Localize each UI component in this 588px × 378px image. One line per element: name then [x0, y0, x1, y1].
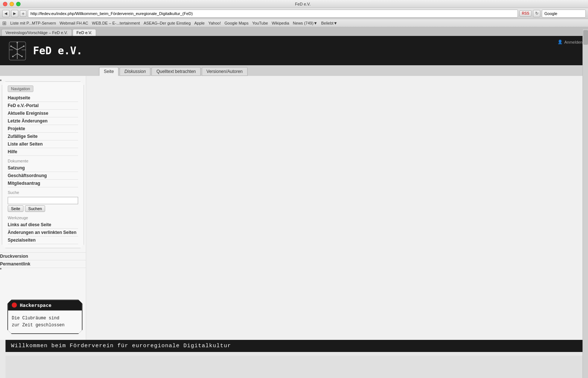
hackerspace-title: Hackerspace: [20, 302, 51, 308]
tab-diskussion[interactable]: Diskussion: [120, 67, 150, 76]
suche-buttons: Seite Suchen: [8, 205, 78, 212]
nav-satzung[interactable]: Satzung: [8, 164, 78, 172]
nav-aenderungen-verlinkt[interactable]: Änderungen an verlinkten Seiten: [8, 229, 78, 236]
circuit-diagram: FeD: [129, 357, 459, 378]
bookmark-aseag[interactable]: ASEAG–Der gute Einstieg: [143, 21, 190, 25]
svg-line-3: [11, 46, 17, 50]
bookmark-googlemaps[interactable]: Google Maps: [224, 21, 248, 25]
bookmarks-grid-icon[interactable]: ⊞: [2, 20, 7, 26]
site-title: FeD e.V.: [33, 45, 83, 57]
hackerspace-body: Die Clubräume sind zur Zeit geschlossen: [8, 311, 82, 333]
forward-button[interactable]: ▶: [11, 10, 18, 17]
main-content: Willkommen beim Förderverein für euroreg…: [0, 340, 588, 378]
nav-ereignisse[interactable]: Aktuelle Ereignisse: [8, 110, 78, 117]
page-header-bar: Willkommen beim Förderverein für euroreg…: [6, 340, 582, 352]
svg-line-6: [17, 54, 22, 56]
suche-input[interactable]: [8, 197, 78, 204]
hackerspace-widget: Hackerspace Die Clubräume sind zur Zeit …: [7, 300, 83, 334]
svg-point-7: [10, 45, 12, 47]
maximize-button[interactable]: [16, 2, 21, 6]
page-wrapper: FeD e.V. 👤 Anmelden Seite Diskussion Que…: [0, 36, 588, 378]
nav-portal[interactable]: FeD e.V.-Portal: [8, 102, 78, 110]
suchen-button[interactable]: Suchen: [25, 205, 45, 212]
svg-line-4: [17, 46, 24, 50]
bookmark-wikipedia[interactable]: Wikipedia: [272, 21, 289, 25]
browser-toolbar: ◀ ▶ + RSS ↻: [0, 8, 588, 19]
scrollbar[interactable]: [582, 29, 588, 378]
tab-fed[interactable]: FeD e.V.: [73, 29, 96, 36]
svg-point-8: [23, 45, 25, 47]
nav-hilfe[interactable]: Hilfe: [8, 148, 78, 156]
bookmark-news[interactable]: News (749)▼: [293, 21, 317, 25]
login-label: Anmelden: [564, 40, 582, 44]
nav-zufaellig[interactable]: Zufällige Seite: [8, 133, 78, 140]
nav-spezialseiten[interactable]: Spezialseiten: [8, 236, 78, 244]
back-button[interactable]: ◀: [2, 10, 10, 17]
nav-spezialseiten[interactable]: [0, 250, 86, 253]
hackerspace-message-line1: Die Clubräume sind: [12, 315, 78, 322]
nav-projekte[interactable]: Projekte: [8, 125, 78, 133]
suche-label: Suche: [8, 190, 78, 195]
bookmark-yahoo[interactable]: Yahoo!: [208, 21, 221, 25]
address-bar[interactable]: [28, 10, 518, 18]
svg-point-11: [17, 42, 18, 43]
dokumente-label: Dokumente: [8, 159, 78, 163]
scrollbar-thumb[interactable]: [583, 30, 588, 45]
browser-title: FeD e.V.: [21, 2, 585, 6]
sidebar-inner: Navigation Hauptseite FeD e.V.-Portal Ak…: [2, 81, 84, 248]
close-button[interactable]: [3, 2, 7, 6]
tab-bar: Vereinslogo/Vorschläge – FeD e.V. FeD e.…: [0, 27, 588, 36]
bookmark-webmail[interactable]: Webmail FH AC: [60, 21, 88, 25]
bookmark-list-mtp[interactable]: Liste mit P...MTP-Servern: [10, 21, 56, 25]
search-input[interactable]: [542, 10, 586, 18]
tab-vereinslogo[interactable]: Vereinslogo/Vorschläge – FeD e.V.: [1, 29, 72, 36]
nav-links-seite[interactable]: Links auf diese Seite: [8, 221, 78, 229]
nav-druck[interactable]: Druckversion: [0, 253, 86, 260]
bookmarks-bar: ⊞ Liste mit P...MTP-Servern Webmail FH A…: [0, 19, 588, 27]
titlebar: FeD e.V.: [0, 0, 588, 8]
tab-seite[interactable]: Seite: [99, 67, 118, 76]
bookmark-apple[interactable]: Apple: [194, 21, 205, 25]
nav-alleseiten[interactable]: Liste aller Seiten: [8, 140, 78, 148]
logo-container: FeD e.V.: [6, 39, 83, 63]
hackerspace-message-line2: zur Zeit geschlossen: [12, 322, 78, 329]
svg-point-10: [21, 56, 23, 57]
bookmark-beliebt[interactable]: Beliebt▼: [321, 21, 337, 25]
circuit-area: FeD: [6, 356, 582, 378]
bookmark-webde[interactable]: WEB.DE – E-...tertainment: [92, 21, 140, 25]
refresh-button[interactable]: ↻: [533, 10, 540, 17]
content-area: Navigation Hauptseite FeD e.V.-Portal Ak…: [0, 76, 588, 340]
werkzeuge-label: Werkzeuge: [8, 216, 78, 220]
svg-line-5: [13, 54, 17, 56]
nav-permanent[interactable]: Permanentlink: [0, 260, 86, 268]
hackerspace-header: Hackerspace: [8, 300, 82, 311]
tab-versionen[interactable]: Versionen/Autoren: [202, 67, 248, 76]
nav-hauptseite[interactable]: Hauptseite: [8, 94, 78, 102]
site-header: FeD e.V. 👤 Anmelden: [0, 36, 588, 65]
nav-aenderungen[interactable]: Letzte Änderungen: [8, 117, 78, 125]
seite-button[interactable]: Seite: [8, 205, 23, 212]
minimize-button[interactable]: [10, 2, 14, 6]
window-buttons: [3, 2, 21, 6]
add-tab-button[interactable]: +: [20, 10, 26, 17]
page-tabs-bar: Seite Diskussion Quelltext betrachten Ve…: [0, 65, 588, 76]
site-logo-icon: [6, 39, 29, 63]
login-link[interactable]: 👤 Anmelden: [558, 40, 582, 44]
status-indicator: [12, 302, 17, 308]
nav-geschaeft[interactable]: Geschäftsordnung: [8, 172, 78, 180]
user-icon: 👤: [558, 40, 563, 44]
navigation-label: Navigation: [8, 85, 33, 92]
page-header-text: Willkommen beim Förderverein für euroreg…: [11, 343, 231, 349]
nav-mitglied[interactable]: Mitgliedsantrag: [8, 180, 78, 187]
rss-button[interactable]: RSS: [519, 10, 532, 16]
svg-point-9: [12, 56, 14, 57]
tab-quelltext[interactable]: Quelltext betrachten: [151, 67, 200, 76]
suche-section: Suche Seite Suchen: [8, 190, 78, 212]
bookmark-youtube[interactable]: YouTube: [252, 21, 268, 25]
